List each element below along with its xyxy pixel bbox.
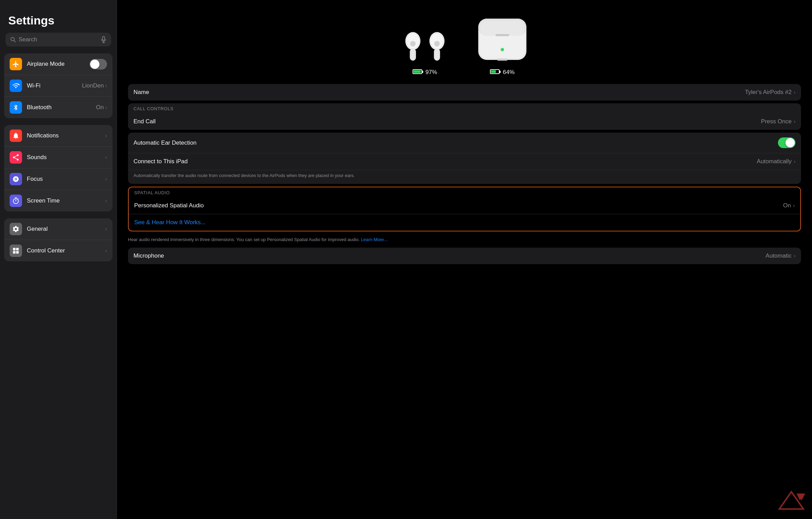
search-icon	[10, 37, 16, 42]
airpods-case-device: 64%	[473, 12, 532, 76]
control-center-icon	[10, 245, 22, 257]
call-controls-section-label: CALL CONTROLS	[128, 103, 801, 113]
ear-detection-group: Automatic Ear Detection Connect to This …	[128, 133, 801, 184]
control-center-chevron: ›	[105, 248, 107, 254]
svg-point-12	[434, 41, 440, 46]
microphone-row[interactable]: Microphone Automatic ›	[128, 248, 801, 264]
airpods-case-image	[473, 12, 532, 63]
notifications-label: Notifications	[27, 132, 105, 139]
microphone-group: Microphone Automatic ›	[128, 248, 801, 264]
sidebar-item-bluetooth[interactable]: Bluetooth On ›	[4, 97, 113, 118]
spatial-description: Hear audio rendered immersively in three…	[128, 234, 801, 245]
system-group: Notifications › Sounds › Focus ›	[4, 125, 113, 211]
sidebar-title: Settings	[0, 0, 117, 33]
svg-point-20	[501, 48, 504, 51]
focus-chevron: ›	[105, 176, 107, 182]
case-battery-body	[490, 69, 500, 74]
case-battery-tip	[500, 71, 501, 73]
search-input[interactable]	[19, 36, 98, 43]
svg-line-1	[14, 41, 16, 42]
name-value: Tyler's AirPods #2	[745, 89, 792, 96]
name-label: Name	[133, 89, 745, 96]
sidebar-item-wifi[interactable]: Wi-Fi LionDen ›	[4, 75, 113, 97]
see-hear-row[interactable]: See & Hear How It Works...	[129, 214, 800, 231]
notifications-icon	[10, 129, 22, 142]
ear-detection-label: Automatic Ear Detection	[133, 139, 778, 146]
screen-time-icon	[10, 195, 22, 207]
wifi-icon	[10, 80, 22, 92]
mic-icon[interactable]	[101, 36, 106, 43]
airpods-battery-row: 97%	[413, 68, 437, 76]
sidebar-item-airplane-mode[interactable]: Airplane Mode	[4, 53, 113, 75]
sidebar-item-screen-time[interactable]: Screen Time ›	[4, 190, 113, 211]
end-call-row[interactable]: End Call Press Once ›	[128, 113, 801, 130]
airpods-device: 97%	[397, 22, 452, 76]
spatial-audio-group: SPATIAL AUDIO Personalized Spatial Audio…	[128, 187, 801, 231]
case-battery-fill	[491, 70, 496, 73]
ear-detection-row[interactable]: Automatic Ear Detection	[128, 133, 801, 153]
connect-ipad-chevron: ›	[794, 158, 795, 165]
sidebar-item-sounds[interactable]: Sounds ›	[4, 147, 113, 168]
spatial-audio-section-label: SPATIAL AUDIO	[129, 187, 800, 197]
ear-detection-knob	[786, 138, 795, 147]
spatial-audio-value: On	[783, 202, 791, 209]
name-group: Name Tyler's AirPods #2 ›	[128, 84, 801, 101]
name-row[interactable]: Name Tyler's AirPods #2 ›	[128, 84, 801, 101]
sidebar: Settings Airplane Mode	[0, 0, 117, 519]
battery-fill	[414, 70, 421, 73]
notifications-chevron: ›	[105, 133, 107, 139]
ear-detection-toggle[interactable]	[778, 137, 795, 148]
microphone-chevron: ›	[794, 253, 795, 259]
svg-rect-21	[497, 59, 508, 61]
wifi-chevron: ›	[105, 83, 107, 89]
general-label: General	[27, 226, 105, 232]
sounds-label: Sounds	[27, 154, 105, 161]
airpods-image	[397, 22, 452, 63]
svg-rect-9	[411, 49, 415, 61]
see-hear-link[interactable]: See & Hear How It Works...	[134, 219, 206, 226]
search-bar[interactable]	[6, 33, 111, 46]
screen-time-label: Screen Time	[27, 197, 105, 204]
airplane-mode-label: Airplane Mode	[27, 61, 89, 68]
airplane-mode-icon	[10, 58, 22, 70]
end-call-value: Press Once	[761, 118, 792, 125]
sidebar-item-control-center[interactable]: Control Center ›	[4, 240, 113, 261]
sidebar-item-general[interactable]: General ›	[4, 218, 113, 240]
wifi-label: Wi-Fi	[27, 82, 82, 89]
spatial-audio-row[interactable]: Personalized Spatial Audio On ›	[129, 197, 800, 214]
sounds-chevron: ›	[105, 154, 107, 160]
spatial-audio-chevron: ›	[793, 203, 795, 209]
svg-rect-18	[480, 20, 525, 36]
focus-label: Focus	[27, 176, 105, 183]
connect-ipad-value: Automatically	[757, 158, 792, 165]
connectivity-group: Airplane Mode Wi-Fi LionDen › Bluet	[4, 53, 113, 118]
battery-icon	[413, 69, 423, 74]
control-center-label: Control Center	[27, 247, 105, 254]
general-icon	[10, 223, 22, 235]
main-content: 97%	[117, 0, 812, 519]
case-battery-row: 64%	[490, 68, 514, 76]
learn-more-link[interactable]: Learn More...	[361, 237, 387, 242]
case-battery-percent: 64%	[503, 69, 514, 76]
call-controls-group: CALL CONTROLS End Call Press Once ›	[128, 103, 801, 130]
microphone-label: Microphone	[133, 252, 766, 259]
svg-point-7	[410, 41, 416, 46]
toggle-knob	[90, 60, 99, 69]
airplane-mode-toggle[interactable]	[89, 59, 107, 70]
microphone-value: Automatic	[766, 252, 792, 259]
screen-time-chevron: ›	[105, 198, 107, 204]
wifi-value: LionDen	[82, 82, 104, 89]
case-battery-icon	[490, 69, 501, 74]
bluetooth-value: On	[96, 104, 104, 111]
spatial-audio-label: Personalized Spatial Audio	[134, 202, 783, 209]
bluetooth-label: Bluetooth	[27, 104, 96, 111]
focus-icon	[10, 173, 22, 185]
bluetooth-icon	[10, 101, 22, 114]
connect-ipad-row[interactable]: Connect to This iPad Automatically ›	[128, 153, 801, 170]
battery-tip	[422, 71, 423, 73]
end-call-label: End Call	[133, 118, 761, 125]
connect-description: Automatically transfer the audio route f…	[128, 170, 801, 184]
sidebar-item-notifications[interactable]: Notifications ›	[4, 125, 113, 147]
sidebar-item-focus[interactable]: Focus ›	[4, 168, 113, 190]
svg-rect-14	[435, 49, 439, 61]
